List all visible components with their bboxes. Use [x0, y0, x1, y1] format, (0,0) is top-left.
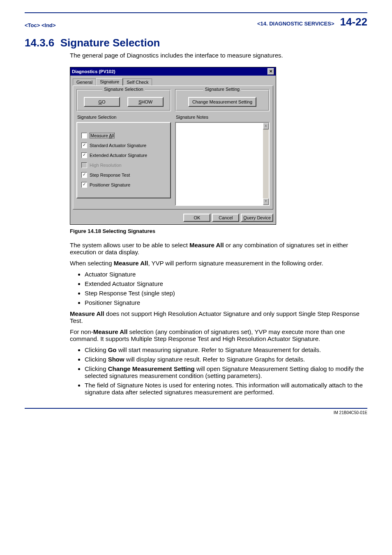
change-measurement-setting-button[interactable]: Change Measurement Setting [188, 97, 256, 107]
signature-setting-group: Signature Setting Change Measurement Set… [175, 89, 270, 111]
list-item: Clicking Change Measurement Setting will… [85, 365, 367, 379]
ok-button[interactable]: OK [183, 214, 210, 222]
signature-notes-label: Signature Notes [176, 115, 270, 120]
list-item: The field of Signature Notes is used for… [85, 382, 367, 396]
positioner-signature-label: Positioner Signature [90, 182, 130, 187]
toc-link[interactable]: <Toc> [25, 22, 40, 28]
section-heading: 14.3.6 Signature Selection [25, 37, 367, 49]
tab-general[interactable]: General [73, 78, 96, 86]
query-device-button[interactable]: Query Device [241, 214, 273, 222]
list-item: Step Response Test (single step) [85, 290, 367, 297]
scroll-down-icon[interactable]: ▼ [263, 198, 269, 205]
standard-actuator-checkbox[interactable]: ✓ [81, 143, 87, 148]
positioner-signature-checkbox[interactable]: ✓ [81, 182, 87, 188]
ind-link[interactable]: <Ind> [42, 22, 56, 28]
list-item: Positioner Signature [85, 299, 367, 306]
step-response-checkbox[interactable]: ✓ [81, 172, 87, 178]
diagnostics-dialog: Diagnostics (PV102) ✕ General Signature … [70, 67, 276, 225]
notes-scrollbar[interactable]: ▲ ▼ [263, 123, 269, 205]
high-resolution-checkbox [81, 162, 87, 168]
intro-text: The general page of Diagnostics includes… [70, 52, 367, 59]
tab-selfcheck[interactable]: Self Check [123, 78, 152, 86]
signature-selection-group: Signature Selection GO SHOW [76, 89, 171, 111]
dialog-title: Diagnostics (PV102) [72, 69, 115, 74]
list-item: Clicking Show will display signature res… [85, 356, 367, 363]
measure-all-label: Measure All [90, 133, 115, 138]
signature-notes-textarea[interactable]: ▲ ▼ [175, 122, 270, 206]
document-id: IM 21B04C50-01E [334, 410, 367, 415]
dialog-titlebar: Diagnostics (PV102) ✕ [70, 67, 276, 76]
cancel-button[interactable]: Cancel [212, 214, 239, 222]
list-item: Actuator Signature [85, 271, 367, 278]
page-header: <Toc> <Ind> <14. DIAGNOSTIC SERVICES> 14… [25, 12, 367, 28]
list-item: Extended Actuator Signature [85, 280, 367, 287]
standard-actuator-label: Standard Actuator Signature [90, 143, 146, 148]
extended-actuator-label: Extended Actuator Signature [90, 153, 147, 158]
signature-checkbox-panel: Measure All ✓ Standard Actuator Signatur… [76, 122, 171, 198]
tab-signature[interactable]: Signature [96, 78, 123, 85]
step-response-label: Step Response Test [90, 173, 130, 177]
body-content: The system allows user to be able to sel… [70, 242, 367, 396]
signature-selection-label: Signature Selection [77, 115, 171, 120]
footer: IM 21B04C50-01E [25, 408, 367, 415]
list-item: Clicking Go will start measuring signatu… [85, 346, 367, 353]
extended-actuator-checkbox[interactable]: ✓ [81, 152, 87, 158]
high-resolution-label: High Resolution [90, 163, 122, 168]
measure-all-checkbox[interactable] [81, 133, 87, 138]
figure-caption: Figure 14.18 Selecting Signatures [70, 228, 367, 234]
show-button[interactable]: SHOW [127, 97, 164, 107]
scroll-up-icon[interactable]: ▲ [263, 123, 269, 129]
chapter-label: <14. DIAGNOSTIC SERVICES> [257, 21, 334, 27]
page-number: 14-22 [340, 16, 368, 28]
close-icon[interactable]: ✕ [267, 68, 274, 75]
go-button[interactable]: GO [84, 97, 120, 107]
